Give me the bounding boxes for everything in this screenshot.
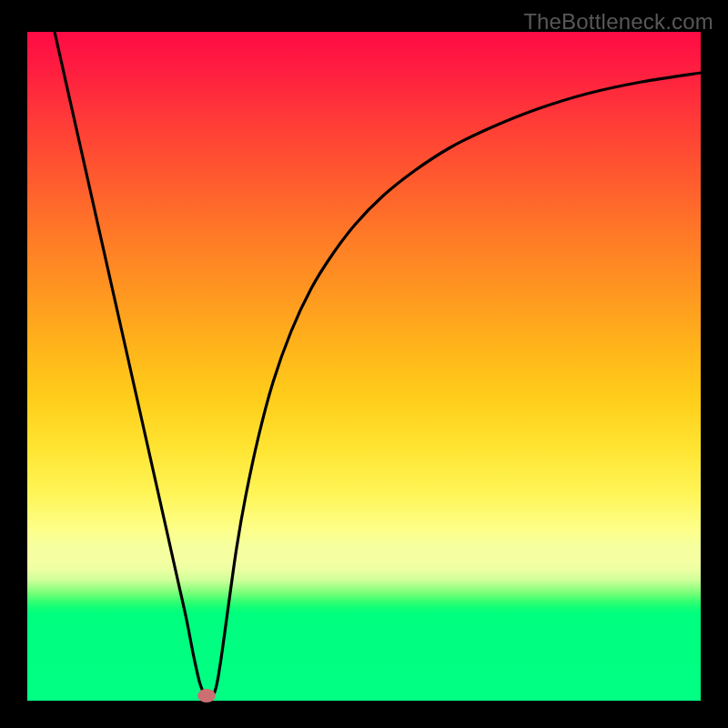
watermark-text: TheBottleneck.com [523, 9, 713, 35]
plot-area [27, 32, 701, 701]
curve-layer [27, 32, 701, 701]
minimum-marker [197, 689, 216, 703]
bottleneck-curve [55, 32, 701, 697]
